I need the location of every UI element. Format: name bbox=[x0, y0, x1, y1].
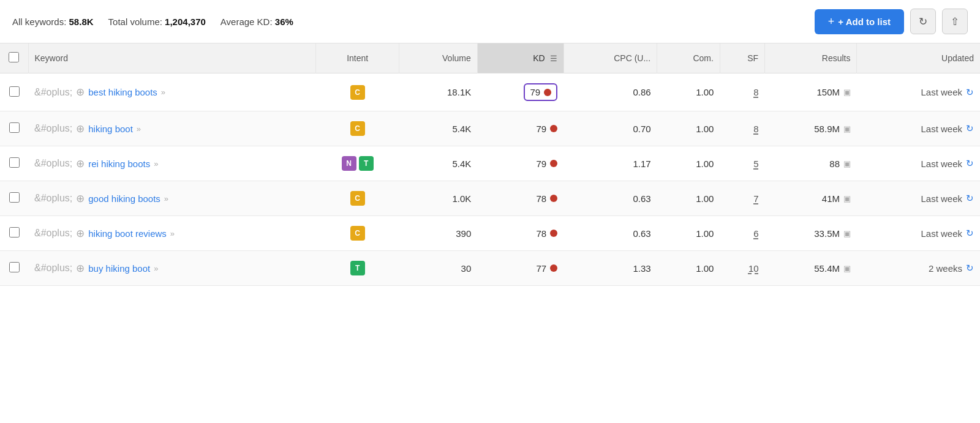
row-checkbox-cell bbox=[0, 251, 28, 286]
results-value: 55.4M bbox=[814, 263, 840, 274]
table-row: &#oplus; ⊕ hiking boot reviews » C390 78… bbox=[0, 216, 980, 251]
kd-dot-red bbox=[544, 89, 551, 96]
keyword-link[interactable]: &#oplus; ⊕ hiking boot » bbox=[34, 122, 310, 135]
refresh-button[interactable]: ↻ bbox=[910, 9, 936, 34]
export-button[interactable]: ⇧ bbox=[942, 9, 968, 34]
results-icon: ▣ bbox=[843, 159, 851, 168]
add-to-list-button[interactable]: + + Add to list bbox=[815, 9, 904, 34]
row-checkbox-cell bbox=[0, 146, 28, 181]
kd-value: 78 bbox=[536, 193, 546, 204]
results-container: 55.4M ▣ bbox=[771, 263, 851, 274]
sf-value: 7 bbox=[753, 193, 758, 204]
volume-cell: 1.0K bbox=[399, 181, 478, 216]
stats-bar: All keywords: 58.8K Total volume: 1,204,… bbox=[12, 17, 802, 27]
table-row: &#oplus; ⊕ buy hiking boot » T30 77 1.33… bbox=[0, 251, 980, 286]
table-row: &#oplus; ⊕ hiking boot » C5.4K 79 0.701.… bbox=[0, 111, 980, 146]
th-updated: Updated bbox=[857, 43, 980, 73]
select-all-checkbox[interactable] bbox=[9, 52, 19, 62]
add-circle-icon[interactable]: &#oplus; bbox=[34, 158, 72, 169]
keyword-link[interactable]: &#oplus; ⊕ best hiking boots » bbox=[34, 86, 310, 99]
updated-container: Last week ↻ bbox=[863, 87, 974, 98]
row-refresh-icon[interactable]: ↻ bbox=[966, 123, 974, 134]
cpc-cell: 1.33 bbox=[564, 251, 657, 286]
updated-value: Last week bbox=[921, 228, 962, 239]
keyword-link[interactable]: &#oplus; ⊕ rei hiking boots » bbox=[34, 157, 310, 170]
add-circle-icon[interactable]: &#oplus; bbox=[34, 193, 72, 204]
volume-cell: 5.4K bbox=[399, 111, 478, 146]
th-intent: Intent bbox=[316, 43, 399, 73]
results-value: 88 bbox=[829, 159, 840, 169]
cpc-cell: 0.86 bbox=[564, 73, 657, 111]
results-value: 150M bbox=[816, 87, 840, 97]
all-keywords-stat: All keywords: 58.8K bbox=[12, 17, 94, 27]
kd-dot-red bbox=[550, 230, 557, 237]
row-refresh-icon[interactable]: ↻ bbox=[966, 228, 974, 239]
arrow-right-icon: » bbox=[161, 88, 165, 97]
keyword-cell: &#oplus; ⊕ buy hiking boot » bbox=[28, 251, 316, 286]
intent-cell: C bbox=[316, 111, 399, 146]
keyword-link[interactable]: &#oplus; ⊕ hiking boot reviews » bbox=[34, 227, 310, 240]
add-circle-icon[interactable]: &#oplus; bbox=[34, 228, 72, 239]
row-refresh-icon[interactable]: ↻ bbox=[966, 158, 974, 169]
export-icon: ⇧ bbox=[951, 15, 959, 28]
add-circle-icon[interactable]: &#oplus; bbox=[34, 263, 72, 274]
row-checkbox[interactable] bbox=[9, 122, 20, 133]
circle-plus-icon: ⊕ bbox=[76, 192, 85, 205]
row-checkbox[interactable] bbox=[9, 227, 20, 238]
cpc-cell: 1.17 bbox=[564, 146, 657, 181]
circle-plus-icon: ⊕ bbox=[76, 227, 85, 240]
com-cell: 1.00 bbox=[657, 181, 720, 216]
kd-value-cell: 77 bbox=[483, 263, 557, 274]
row-refresh-icon[interactable]: ↻ bbox=[966, 87, 974, 98]
kd-cell: 77 bbox=[477, 251, 564, 286]
keyword-link[interactable]: &#oplus; ⊕ buy hiking boot » bbox=[34, 262, 310, 275]
avg-kd-value: 36% bbox=[275, 17, 293, 27]
arrow-right-icon: » bbox=[137, 124, 141, 133]
sf-value: 10 bbox=[748, 263, 759, 274]
row-checkbox-cell bbox=[0, 181, 28, 216]
table-row: &#oplus; ⊕ good hiking boots » C1.0K 78 … bbox=[0, 181, 980, 216]
keyword-cell: &#oplus; ⊕ good hiking boots » bbox=[28, 181, 316, 216]
results-cell: 58.9M ▣ bbox=[765, 111, 857, 146]
table-row: &#oplus; ⊕ best hiking boots » C18.1K 79… bbox=[0, 73, 980, 111]
circle-plus-icon: ⊕ bbox=[76, 262, 85, 275]
kd-dot-red bbox=[550, 160, 557, 167]
keyword-text: best hiking boots bbox=[88, 87, 157, 97]
updated-cell: Last week ↻ bbox=[857, 111, 980, 146]
arrow-right-icon: » bbox=[154, 159, 158, 168]
sf-cell: 6 bbox=[720, 216, 764, 251]
sf-value: 6 bbox=[753, 228, 758, 239]
sf-value: 5 bbox=[753, 159, 758, 169]
kd-value-cell: 79 bbox=[483, 124, 557, 134]
cpc-cell: 0.63 bbox=[564, 216, 657, 251]
keyword-cell: &#oplus; ⊕ rei hiking boots » bbox=[28, 146, 316, 181]
row-refresh-icon[interactable]: ↻ bbox=[966, 193, 974, 204]
row-refresh-icon[interactable]: ↻ bbox=[966, 263, 974, 274]
intent-cell: NT bbox=[316, 146, 399, 181]
add-circle-icon[interactable]: &#oplus; bbox=[34, 87, 72, 98]
updated-cell: Last week ↻ bbox=[857, 73, 980, 111]
updated-container: 2 weeks ↻ bbox=[863, 263, 974, 274]
row-checkbox[interactable] bbox=[9, 262, 20, 272]
all-keywords-label: All keywords: bbox=[12, 17, 66, 27]
com-cell: 1.00 bbox=[657, 111, 720, 146]
top-bar-actions: + + Add to list ↻ ⇧ bbox=[815, 9, 968, 34]
circle-plus-icon: ⊕ bbox=[76, 122, 85, 135]
volume-cell: 5.4K bbox=[399, 146, 478, 181]
row-checkbox[interactable] bbox=[9, 192, 20, 203]
add-circle-icon[interactable]: &#oplus; bbox=[34, 123, 72, 134]
keyword-link[interactable]: &#oplus; ⊕ good hiking boots » bbox=[34, 192, 310, 205]
updated-value: Last week bbox=[921, 87, 962, 97]
results-container: 41M ▣ bbox=[771, 193, 851, 204]
intent-badge-c: C bbox=[350, 121, 365, 136]
kd-cell: 78 bbox=[477, 216, 564, 251]
row-checkbox[interactable] bbox=[9, 157, 20, 168]
table-header-row: Keyword Intent Volume KD ☰ CPC (U... Com… bbox=[0, 43, 980, 73]
com-cell: 1.00 bbox=[657, 146, 720, 181]
th-sf: SF bbox=[720, 43, 764, 73]
filter-icon: ☰ bbox=[550, 54, 557, 63]
th-kd[interactable]: KD ☰ bbox=[477, 43, 564, 73]
row-checkbox[interactable] bbox=[9, 86, 20, 97]
results-container: 58.9M ▣ bbox=[771, 124, 851, 134]
cpc-cell: 0.63 bbox=[564, 181, 657, 216]
